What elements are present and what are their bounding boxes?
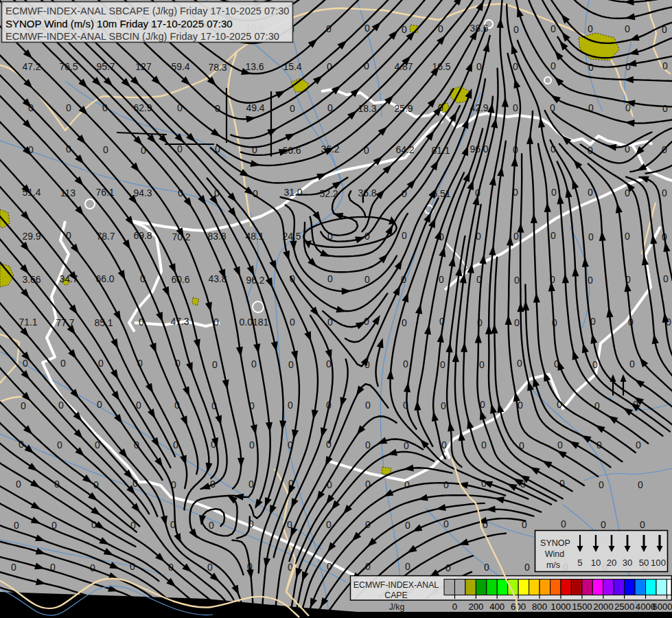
svg-text:5: 5 — [577, 558, 582, 568]
svg-text:0: 0 — [561, 518, 566, 529]
svg-text:0: 0 — [402, 230, 407, 241]
svg-text:0: 0 — [212, 359, 218, 370]
svg-text:0: 0 — [288, 400, 293, 411]
svg-text:0: 0 — [514, 275, 520, 286]
svg-text:71.1: 71.1 — [19, 317, 37, 328]
svg-text:0: 0 — [60, 358, 66, 369]
svg-text:0: 0 — [249, 439, 255, 450]
svg-text:0: 0 — [479, 359, 485, 370]
svg-text:0: 0 — [290, 103, 295, 114]
svg-text:0: 0 — [640, 519, 645, 530]
svg-text:0: 0 — [662, 103, 668, 114]
svg-text:0: 0 — [403, 358, 408, 369]
svg-text:0: 0 — [177, 144, 183, 154]
svg-text:13.6: 13.6 — [245, 61, 264, 72]
svg-text:0: 0 — [103, 144, 108, 155]
svg-text:0: 0 — [625, 23, 630, 34]
svg-text:0: 0 — [551, 60, 556, 71]
svg-text:0: 0 — [625, 61, 631, 72]
svg-text:0: 0 — [11, 562, 16, 573]
svg-text:SYNOP Wind (m/s) 10m Friday 17: SYNOP Wind (m/s) 10m Friday 17-10-2025 0… — [5, 18, 233, 30]
svg-text:0: 0 — [327, 273, 333, 284]
svg-text:100: 100 — [651, 558, 666, 568]
svg-text:0: 0 — [21, 400, 26, 411]
svg-text:29.9: 29.9 — [22, 231, 40, 242]
svg-text:0: 0 — [14, 520, 19, 531]
svg-text:CAPE: CAPE — [384, 591, 408, 600]
svg-text:ECMWF-INDEX-ANAL: ECMWF-INDEX-ANAL — [354, 580, 439, 590]
svg-text:0: 0 — [57, 439, 62, 450]
svg-text:0: 0 — [405, 561, 410, 572]
svg-text:0: 0 — [662, 60, 668, 71]
svg-text:0: 0 — [251, 358, 257, 369]
svg-text:0: 0 — [557, 439, 563, 450]
svg-text:3.66: 3.66 — [22, 274, 40, 285]
svg-text:0: 0 — [288, 359, 294, 370]
svg-text:0: 0 — [625, 231, 630, 242]
svg-text:10: 10 — [591, 558, 601, 568]
svg-text:0: 0 — [58, 400, 64, 411]
svg-text:0: 0 — [588, 275, 593, 286]
svg-text:0: 0 — [588, 23, 593, 34]
svg-text:49.4: 49.4 — [246, 102, 264, 113]
svg-text:60.6: 60.6 — [171, 274, 189, 285]
svg-text:0: 0 — [551, 187, 557, 198]
svg-text:0: 0 — [441, 439, 447, 450]
svg-text:0: 0 — [440, 359, 445, 370]
svg-text:0: 0 — [364, 23, 370, 34]
svg-text:0: 0 — [599, 479, 604, 490]
svg-text:0: 0 — [452, 602, 457, 612]
svg-text:2000: 2000 — [593, 602, 613, 612]
svg-text:0: 0 — [290, 317, 295, 328]
svg-text:0: 0 — [513, 24, 519, 35]
svg-text:1500: 1500 — [572, 602, 592, 612]
svg-text:0: 0 — [97, 399, 102, 410]
svg-text:0: 0 — [402, 317, 407, 328]
svg-text:0: 0 — [551, 230, 556, 241]
svg-text:66.0: 66.0 — [95, 273, 114, 284]
svg-text:200: 200 — [468, 602, 483, 612]
svg-text:0: 0 — [476, 61, 482, 72]
svg-text:0: 0 — [441, 400, 446, 411]
svg-text:31.0: 31.0 — [283, 187, 302, 198]
svg-text:0: 0 — [663, 273, 669, 284]
svg-text:m/s: m/s — [546, 560, 560, 570]
svg-text:20: 20 — [607, 558, 617, 568]
svg-text:0: 0 — [513, 102, 518, 113]
svg-text:0: 0 — [588, 187, 593, 198]
svg-text:ECMWF-INDEX-ANAL SBCIN (J/kg): ECMWF-INDEX-ANAL SBCIN (J/kg) Friday 17-… — [5, 31, 279, 42]
svg-text:800: 800 — [532, 602, 547, 612]
svg-text:96.0: 96.0 — [470, 144, 488, 154]
svg-text:18.3: 18.3 — [358, 103, 376, 114]
svg-text:0: 0 — [365, 400, 371, 411]
svg-text:0: 0 — [443, 479, 449, 490]
svg-text:0: 0 — [662, 187, 667, 198]
svg-text:J/kg: J/kg — [389, 602, 405, 612]
svg-text:94.3: 94.3 — [133, 187, 152, 198]
svg-text:0: 0 — [209, 520, 214, 531]
svg-text:47.2: 47.2 — [22, 61, 40, 72]
svg-text:0: 0 — [439, 274, 444, 285]
svg-text:2500: 2500 — [614, 602, 634, 612]
svg-text:0: 0 — [66, 102, 71, 113]
svg-text:0: 0 — [601, 519, 606, 530]
svg-text:0: 0 — [551, 23, 556, 34]
svg-text:1000: 1000 — [551, 602, 570, 612]
svg-text:0: 0 — [588, 62, 594, 73]
svg-text:400: 400 — [489, 602, 505, 612]
svg-text:SYNOP: SYNOP — [540, 538, 570, 548]
svg-text:0: 0 — [405, 520, 410, 531]
svg-text:78.3: 78.3 — [208, 62, 227, 73]
svg-text:0: 0 — [484, 562, 489, 573]
svg-text:0: 0 — [16, 479, 21, 490]
svg-text:0: 0 — [252, 144, 257, 155]
svg-text:0: 0 — [638, 479, 643, 490]
svg-text:0: 0 — [404, 479, 410, 490]
svg-text:64.2: 64.2 — [395, 144, 414, 155]
svg-text:6000: 6000 — [652, 602, 672, 612]
svg-text:0: 0 — [636, 439, 641, 450]
svg-text:0: 0 — [524, 562, 530, 573]
svg-text:0: 0 — [517, 358, 522, 369]
svg-text:30: 30 — [623, 558, 633, 568]
svg-text:ECMWF-INDEX-ANAL SBCAPE (J/kg): ECMWF-INDEX-ANAL SBCAPE (J/kg) Friday 17… — [5, 5, 289, 16]
